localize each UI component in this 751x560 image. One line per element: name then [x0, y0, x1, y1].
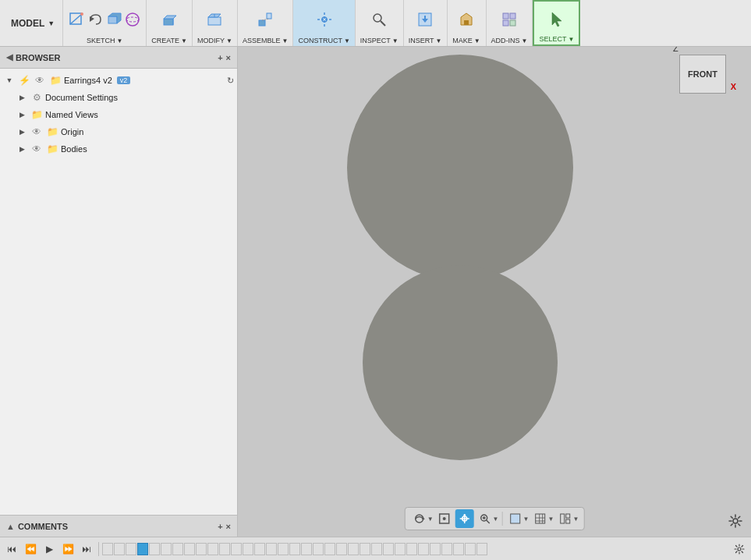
comments-close-icon[interactable]: × [226, 522, 231, 531]
timeline-slot[interactable] [324, 543, 335, 555]
timeline-slot[interactable] [430, 543, 441, 555]
toolbar-add-ins[interactable]: ADD-INS ▼ [487, 0, 533, 46]
timeline-slot[interactable] [406, 543, 417, 555]
svg-rect-24 [510, 20, 515, 26]
toolbar-create[interactable]: CREATE ▼ [147, 0, 193, 46]
svg-rect-7 [164, 19, 173, 25]
model-menu[interactable]: MODEL ▼ [3, 0, 63, 46]
tree-item-document-settings[interactable]: ▶ ⚙ Document Settings [0, 89, 237, 106]
timeline-slot[interactable] [114, 543, 125, 555]
orbit-button[interactable] [410, 509, 429, 528]
timeline-slot[interactable] [231, 543, 242, 555]
step-back-button[interactable]: ⏪ [22, 541, 39, 558]
tree-item-root[interactable]: ▼ ⚡ 👁 📁 Earrings4 v2 v2 ↻ [0, 72, 237, 89]
timeline-slot[interactable] [418, 543, 429, 555]
timeline[interactable] [102, 541, 487, 558]
browser-close-icon[interactable]: × [226, 53, 231, 62]
step-fwd-button[interactable]: ⏩ [59, 541, 76, 558]
look-at-button[interactable] [435, 509, 454, 528]
browser-expand-icon[interactable]: + [218, 53, 222, 62]
timeline-slot[interactable] [336, 543, 347, 555]
comments-label: COMMENTS [18, 522, 68, 531]
svg-marker-25 [552, 12, 561, 27]
svg-rect-12 [267, 13, 271, 19]
toolbar-inspect[interactable]: INSPECT ▼ [356, 0, 404, 46]
svg-point-6 [126, 17, 139, 22]
timeline-slot[interactable] [172, 543, 183, 555]
timeline-slot[interactable] [476, 543, 487, 555]
play-button[interactable]: ▶ [41, 541, 58, 558]
zoom-button[interactable] [476, 509, 494, 528]
tree-item-named-views[interactable]: ▶ 📁 Named Views [0, 106, 237, 123]
timeline-slot[interactable] [102, 543, 113, 555]
timeline-slot[interactable] [465, 543, 476, 555]
toolbar-construct[interactable]: CONSTRUCT ▼ [293, 0, 355, 46]
timeline-slot[interactable] [395, 543, 406, 555]
svg-rect-35 [511, 514, 520, 523]
browser-collapse-icon[interactable]: ◀ [6, 52, 12, 62]
tree-item-origin[interactable]: ▶ 👁 📁 Origin [0, 123, 237, 140]
timeline-slot[interactable] [441, 543, 452, 555]
timeline-slot[interactable] [301, 543, 312, 555]
timeline-slot[interactable] [254, 543, 265, 555]
tree-item-root-refresh[interactable]: ↻ [227, 76, 234, 86]
settings-button[interactable] [731, 541, 748, 558]
comments-add-icon[interactable]: + [218, 522, 222, 531]
timeline-slot[interactable] [184, 543, 195, 555]
timeline-slot[interactable] [266, 543, 277, 555]
layout-dropdown[interactable]: ▼ [572, 516, 579, 523]
display-dropdown[interactable]: ▼ [523, 516, 530, 523]
timeline-slot[interactable] [278, 543, 289, 555]
toolbar-insert[interactable]: INSERT ▼ [404, 0, 448, 46]
expander-origin: ▶ [16, 128, 28, 136]
timeline-slot[interactable] [360, 543, 370, 555]
timeline-slot[interactable] [313, 543, 324, 555]
timeline-slot[interactable] [207, 543, 218, 555]
earring-circle-top [347, 55, 573, 281]
tree-item-bodies[interactable]: ▶ 👁 📁 Bodies [0, 140, 237, 158]
timeline-slot-active[interactable] [137, 543, 148, 555]
timeline-slot[interactable] [219, 543, 230, 555]
timeline-slot[interactable] [126, 543, 136, 555]
zoom-dropdown[interactable]: ▼ [493, 516, 499, 523]
inspect-icon [370, 11, 388, 28]
toolbar-sketch[interactable]: SKETCH ▼ [63, 0, 147, 46]
svg-point-2 [80, 12, 83, 16]
toolbar-make[interactable]: MAKE ▼ [448, 0, 487, 46]
viewport-settings-icon[interactable] [726, 512, 745, 530]
timeline-slot[interactable] [348, 543, 359, 555]
timeline-slot[interactable] [196, 543, 207, 555]
timeline-slot[interactable] [453, 543, 464, 555]
browser-header: ◀ BROWSER + × [0, 47, 237, 69]
orbit-dropdown[interactable]: ▼ [427, 516, 434, 523]
pan-button[interactable] [455, 509, 474, 528]
display-mode-button[interactable] [506, 509, 525, 528]
svg-point-44 [733, 519, 738, 523]
grid-dropdown[interactable]: ▼ [547, 516, 554, 523]
add-ins-label: ADD-INS ▼ [491, 37, 528, 44]
step-back-all-button[interactable]: ⏮ [3, 541, 20, 558]
timeline-slot[interactable] [243, 543, 253, 555]
viewcube[interactable]: Z FRONT X [673, 55, 728, 117]
toolbar-modify[interactable]: MODIFY ▼ [193, 0, 238, 46]
folder-icon-origin: 📁 [45, 125, 59, 139]
insert-label: INSERT ▼ [409, 37, 442, 44]
toolbar-select[interactable]: SELECT ▼ [533, 0, 580, 46]
add-ins-icon [501, 11, 518, 28]
svg-line-18 [381, 21, 385, 26]
toolbar-assemble[interactable]: ASSEMBLE ▼ [238, 0, 293, 46]
make-label: MAKE ▼ [452, 37, 480, 44]
timeline-slot[interactable] [371, 543, 382, 555]
timeline-slot[interactable] [289, 543, 300, 555]
viewport[interactable]: Z FRONT X ▼ [238, 47, 751, 537]
timeline-slot[interactable] [383, 543, 394, 555]
layout-button[interactable] [555, 509, 574, 528]
step-fwd-all-button[interactable]: ⏭ [78, 541, 95, 558]
model-dropdown-icon: ▼ [48, 19, 55, 27]
comments-collapse-icon[interactable]: ▲ [6, 522, 15, 531]
viewcube-face[interactable]: FRONT X [679, 55, 726, 94]
sketch-3d-icon [105, 11, 122, 28]
timeline-slot[interactable] [149, 543, 160, 555]
timeline-slot[interactable] [161, 543, 172, 555]
grid-button[interactable] [530, 509, 549, 528]
